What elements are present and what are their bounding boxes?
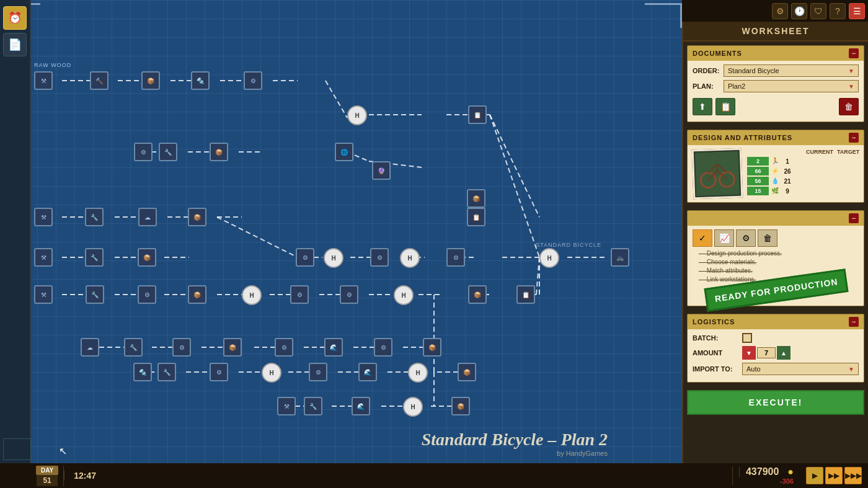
node-r4-6[interactable]: ⚙ bbox=[446, 248, 465, 267]
execute-button[interactable]: EXECUTE! bbox=[687, 390, 864, 415]
node-r7-6[interactable]: 📦 bbox=[458, 363, 476, 381]
node-r4-1[interactable]: ⚒ bbox=[34, 248, 53, 267]
node-r8-2[interactable]: 🔧 bbox=[304, 397, 322, 415]
batch-label: BATCH: bbox=[693, 334, 739, 342]
node-r3-4[interactable]: 📦 bbox=[188, 208, 206, 226]
node-r7-2[interactable]: 🔧 bbox=[157, 363, 176, 381]
node-r2-2[interactable]: 🔧 bbox=[159, 143, 177, 161]
hub-6[interactable]: H bbox=[262, 363, 281, 383]
hub-4[interactable]: H bbox=[242, 285, 262, 305]
node-r4-2[interactable]: 🔧 bbox=[85, 248, 104, 267]
hub-3[interactable]: H bbox=[400, 248, 420, 268]
coin-icon: ● bbox=[787, 466, 794, 477]
import-dropdown[interactable]: Auto ▼ bbox=[742, 363, 859, 375]
export-btn[interactable]: 📋 bbox=[715, 98, 735, 115]
hub-8[interactable]: H bbox=[403, 397, 423, 417]
node-r1-2[interactable]: 🔨 bbox=[90, 71, 108, 90]
amount-increase-btn[interactable]: ▲ bbox=[777, 346, 790, 360]
node-r1-3[interactable]: 📦 bbox=[141, 71, 160, 90]
import-btn[interactable]: ⬆ bbox=[693, 98, 712, 115]
node-r2-4[interactable]: 🌐 bbox=[335, 143, 353, 161]
stat-row-3: 56 💧 21 bbox=[747, 177, 859, 185]
node-r5-1[interactable]: ⚒ bbox=[34, 285, 53, 304]
node-r8-4[interactable]: 📦 bbox=[451, 397, 470, 415]
fast-forward-button[interactable]: ▶▶ bbox=[825, 467, 843, 484]
node-r6-8[interactable]: 📦 bbox=[423, 338, 441, 357]
node-r5-6[interactable]: ⚙ bbox=[340, 285, 358, 304]
amount-decrease-btn[interactable]: ▼ bbox=[742, 346, 756, 360]
node-r2-5[interactable]: 🔮 bbox=[372, 161, 391, 180]
canvas-area[interactable]: .flow-line { stroke: white; stroke-width… bbox=[0, 0, 682, 488]
node-r6-1[interactable]: ☁ bbox=[81, 338, 99, 357]
node-r1-1[interactable]: ⚒ bbox=[34, 71, 53, 90]
node-r6-4[interactable]: 📦 bbox=[223, 338, 242, 357]
hub-5[interactable]: H bbox=[394, 285, 414, 305]
node-r4-3[interactable]: 📦 bbox=[138, 248, 156, 267]
design-section: DESIGN AND ATTRIBUTES − CURRE bbox=[687, 130, 864, 203]
node-r6-6[interactable]: 🌊 bbox=[324, 338, 343, 357]
node-r5-7[interactable]: 📦 bbox=[468, 285, 487, 304]
node-r4-5[interactable]: ⚙ bbox=[370, 248, 389, 267]
node-r2-1[interactable]: ⚙ bbox=[134, 143, 153, 161]
batch-checkbox[interactable] bbox=[742, 333, 752, 343]
checklist-tab-4[interactable]: 🗑 bbox=[758, 229, 777, 247]
node-r7-1[interactable]: 🔩 bbox=[133, 363, 152, 381]
stat-current-2: 66 bbox=[747, 167, 769, 175]
money-value: 437900 bbox=[739, 466, 785, 477]
stat-target-4: 9 bbox=[781, 188, 794, 195]
menu-icon[interactable]: ☰ bbox=[849, 3, 865, 19]
node-r7-3[interactable]: ⚙ bbox=[210, 363, 228, 381]
node-r2-3[interactable]: 📦 bbox=[210, 143, 228, 161]
node-r3-5[interactable]: 📦 bbox=[467, 189, 485, 208]
hub-2[interactable]: H bbox=[324, 248, 343, 268]
node-r3-6[interactable]: 📋 bbox=[467, 208, 485, 226]
minimap[interactable] bbox=[3, 438, 31, 460]
sidebar-clock-icon[interactable]: ⏰ bbox=[3, 6, 27, 30]
node-r5-8[interactable]: 📋 bbox=[516, 285, 535, 304]
sidebar-document-icon[interactable]: 📄 bbox=[3, 33, 27, 56]
node-r4-end[interactable]: 🚲 bbox=[611, 248, 629, 267]
checklist-collapse-btn[interactable]: − bbox=[849, 213, 859, 223]
logistics-collapse-btn[interactable]: − bbox=[849, 317, 859, 327]
hub-7[interactable]: H bbox=[408, 363, 428, 383]
node-r5-2[interactable]: 🔧 bbox=[86, 285, 104, 304]
hub-main[interactable]: H bbox=[539, 248, 559, 268]
node-r8-3[interactable]: 🌊 bbox=[352, 397, 370, 415]
help-icon[interactable]: ? bbox=[830, 3, 846, 19]
checklist-tab-2[interactable]: 📈 bbox=[714, 229, 734, 247]
worksheet-header: WORKSHEET bbox=[683, 22, 868, 42]
faster-forward-button[interactable]: ▶▶▶ bbox=[844, 467, 862, 484]
node-r6-2[interactable]: 🔧 bbox=[124, 338, 143, 357]
checklist-tab-1[interactable]: ✓ bbox=[693, 229, 712, 247]
node-r4-4[interactable]: ⚙ bbox=[296, 248, 314, 267]
node-r6-3[interactable]: ⚙ bbox=[172, 338, 191, 357]
node-r1-5[interactable]: ⚙ bbox=[244, 71, 262, 90]
node-r3-1[interactable]: ⚒ bbox=[34, 208, 53, 226]
node-r5-4[interactable]: 📦 bbox=[188, 285, 206, 304]
checklist-tab-3[interactable]: ⚙ bbox=[736, 229, 756, 247]
play-button[interactable]: ▶ bbox=[806, 467, 823, 484]
shield-icon[interactable]: 🛡 bbox=[810, 3, 826, 19]
svg-line-60 bbox=[217, 217, 298, 257]
node-r1-end[interactable]: 📋 bbox=[468, 105, 487, 124]
node-r5-3[interactable]: ⚙ bbox=[138, 285, 156, 304]
node-r7-5[interactable]: 🌊 bbox=[358, 363, 377, 381]
design-collapse-btn[interactable]: − bbox=[849, 133, 859, 143]
node-r7-4[interactable]: ⚙ bbox=[309, 363, 327, 381]
order-dropdown[interactable]: Standard Bicycle ▼ bbox=[724, 64, 859, 77]
documents-collapse-btn[interactable]: − bbox=[849, 48, 859, 58]
settings-icon[interactable]: ⚙ bbox=[772, 3, 788, 19]
checklist-body: ✓ 📈 ⚙ 🗑 Design production process. Choos… bbox=[688, 226, 864, 306]
node-r5-5[interactable]: ⚙ bbox=[290, 285, 309, 304]
node-r6-5[interactable]: ⚙ bbox=[275, 338, 293, 357]
clock-icon[interactable]: 🕐 bbox=[791, 3, 807, 19]
node-r1-4[interactable]: 🔩 bbox=[191, 71, 210, 90]
node-r3-3[interactable]: ☁ bbox=[138, 208, 157, 226]
canvas-subtitle: by HandyGames bbox=[422, 450, 608, 457]
node-r3-2[interactable]: 🔧 bbox=[85, 208, 104, 226]
node-r6-7[interactable]: ⚙ bbox=[374, 338, 392, 357]
plan-dropdown[interactable]: Plan2 ▼ bbox=[724, 80, 859, 92]
hub-1[interactable]: H bbox=[347, 105, 367, 125]
node-r8-1[interactable]: ⚒ bbox=[277, 397, 296, 415]
delete-btn[interactable]: 🗑 bbox=[839, 98, 859, 115]
